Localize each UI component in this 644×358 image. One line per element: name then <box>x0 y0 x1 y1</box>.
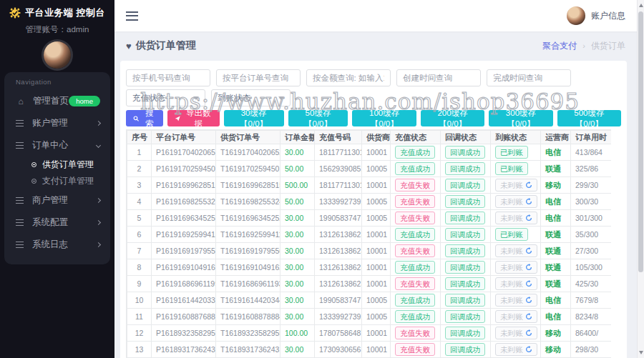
cell-supplier: 10005 <box>362 309 391 325</box>
circle-icon <box>31 179 36 184</box>
scroll-down-arrow-icon[interactable] <box>639 351 643 354</box>
arrival-status-badge[interactable]: 未到账 <box>495 277 537 290</box>
sidebar-item-system-logs[interactable]: 系统日志 <box>4 234 110 256</box>
cache-button[interactable]: 50缓存【0/0】 <box>288 110 348 126</box>
recharge-status-badge: 充值失败 <box>395 195 435 208</box>
cache-button[interactable]: 500缓存【0/0】 <box>557 110 621 126</box>
sidebar-item-order-center[interactable]: 订单中心 <box>4 134 110 156</box>
refresh-icon[interactable] <box>525 280 532 287</box>
filter-input[interactable] <box>126 69 210 86</box>
arrival-status-badge[interactable]: 未到账 <box>495 244 537 257</box>
refresh-icon[interactable] <box>525 247 532 254</box>
arrival-status-badge[interactable]: 未到账 <box>495 327 537 339</box>
cell-phone: 13126138623 <box>315 243 362 259</box>
cell-supplier: 10001 <box>362 144 391 161</box>
sidebar-item-system-config[interactable]: 系统配置 <box>4 212 110 234</box>
table-row: 2 P1619170259450734 T1619170259450156 50… <box>127 161 612 177</box>
arrival-status-badge[interactable]: 未到账 <box>495 179 537 192</box>
circle-icon <box>31 162 36 167</box>
arrival-status-badge[interactable]: 未到账 <box>495 310 537 323</box>
arrival-status-select[interactable]: 到账状态 <box>211 89 291 106</box>
export-data-button[interactable]: 导出数据 <box>167 110 219 126</box>
refresh-icon[interactable] <box>525 297 532 304</box>
cell-index: 1 <box>127 144 152 161</box>
cell-index: 8 <box>127 259 152 276</box>
refresh-icon[interactable] <box>525 198 532 205</box>
scroll-up-arrow-icon[interactable] <box>639 4 643 7</box>
refresh-icon[interactable] <box>525 264 532 271</box>
cell-amount: 30.00 <box>280 292 315 309</box>
search-button[interactable]: 搜索 <box>126 110 163 126</box>
cell-order-time: 7679/8 <box>571 292 612 309</box>
cell-platform-order: P1619169197955638 <box>152 243 216 259</box>
filter-input[interactable] <box>487 69 571 86</box>
arrival-status-badge[interactable]: 已到账 <box>495 146 528 159</box>
recharge-status-badge: 充值失败 <box>395 244 435 257</box>
nav-panel: Navigation ⌂ 管理首页 home 账户管理 订单中心 供货订单管理 <box>4 72 110 264</box>
arrival-status-badge[interactable]: 未到账 <box>495 195 537 208</box>
arrival-status-badge[interactable]: 已到账 <box>495 162 528 175</box>
filter-input[interactable] <box>306 69 391 86</box>
cell-supply-order: T1619160887888464 <box>216 309 280 325</box>
hamburger-menu-icon[interactable] <box>126 11 138 21</box>
refresh-icon[interactable] <box>525 329 532 337</box>
cell-supplier: 10001 <box>362 342 391 358</box>
refresh-icon[interactable] <box>525 346 532 353</box>
main-area: 账户信息 ♥ 供货订单管理 聚合支付 › 供货订单 <box>114 0 644 358</box>
sidebar-item-merchants[interactable]: 商户管理 <box>4 189 110 212</box>
sidebar-subitem-payment-orders[interactable]: 支付订单管理 <box>4 173 110 189</box>
cell-supplier: 10001 <box>362 259 391 276</box>
cell-carrier: 电信 <box>541 292 571 309</box>
cell-supplier: 10005 <box>362 210 391 227</box>
recharge-status-badge: 充值成功 <box>395 310 435 323</box>
filter-input[interactable] <box>396 69 481 86</box>
recharge-status-select[interactable]: 充值状态 <box>126 89 205 106</box>
recharge-status-badge: 充值失败 <box>395 327 435 339</box>
arrival-status-badge[interactable]: 未到账 <box>495 212 537 224</box>
chevron-right-icon <box>96 121 101 126</box>
sidebar-item-home[interactable]: ⌂ 管理首页 home <box>4 90 110 112</box>
cell-order-time: 27/300 <box>571 243 612 259</box>
scrollbar-thumb[interactable] <box>638 11 643 272</box>
cache-button[interactable]: 200缓存【0/0】 <box>421 110 484 126</box>
arrival-status-badge[interactable]: 未到账 <box>495 343 537 356</box>
arrival-status-badge[interactable]: 未到账 <box>495 261 537 274</box>
cell-amount: 50.00 <box>280 161 315 177</box>
vertical-scrollbar[interactable] <box>637 0 644 358</box>
cell-amount: 30.00 <box>280 309 315 325</box>
table-row: 5 P1619169634525247 T1619169634525216 30… <box>127 210 612 227</box>
cell-carrier: 电信 <box>541 309 571 325</box>
cell-amount: 30.00 <box>280 243 315 259</box>
chevron-right-icon <box>96 220 101 225</box>
table-row: 9 P1619168696119981 T1619168696119314 30… <box>127 276 612 292</box>
arrival-status-badge[interactable]: 未到账 <box>495 294 537 307</box>
table-row: 1 P1619170402065249 T1619170402065219 30… <box>127 144 612 161</box>
callback-status-badge: 回调成功 <box>445 228 485 241</box>
cell-index: 2 <box>127 161 152 177</box>
recharge-status-badge: 充值失败 <box>395 343 435 356</box>
account-info-button[interactable]: 账户信息 <box>567 6 625 25</box>
cell-supplier: 10001 <box>362 243 391 259</box>
refresh-icon[interactable] <box>525 182 532 189</box>
cell-phone: 13126138623 <box>315 276 362 292</box>
cell-order-time: 325/86 <box>571 161 612 177</box>
breadcrumb-link[interactable]: 聚合支付 <box>542 40 577 52</box>
refresh-icon[interactable] <box>525 214 532 222</box>
callback-status-badge: 回调成功 <box>445 212 485 224</box>
filter-input[interactable] <box>216 69 301 86</box>
cache-button[interactable]: 30缓存【0/0】 <box>224 110 284 126</box>
cache-button[interactable]: 300缓存【0/0】 <box>489 110 552 126</box>
callback-status-badge: 回调成功 <box>445 277 485 290</box>
table-row: 4 P1619169825532965 T1619169825532423 50… <box>127 194 612 210</box>
arrival-status-badge[interactable]: 已到账 <box>495 228 528 241</box>
cell-carrier: 移动 <box>541 177 571 194</box>
cell-order-time: 86400/ <box>571 325 612 342</box>
chevron-down-icon <box>96 143 101 148</box>
cell-supply-order: T1619169104916256 <box>216 259 280 276</box>
sidebar-subitem-supply-orders[interactable]: 供货订单管理 <box>4 156 110 173</box>
cache-button[interactable]: 100缓存【0/0】 <box>352 110 416 126</box>
sidebar-item-accounts[interactable]: 账户管理 <box>4 112 110 134</box>
refresh-icon[interactable] <box>525 313 532 320</box>
cell-carrier: 电信 <box>541 194 571 210</box>
cell-carrier: 联通 <box>541 276 571 292</box>
